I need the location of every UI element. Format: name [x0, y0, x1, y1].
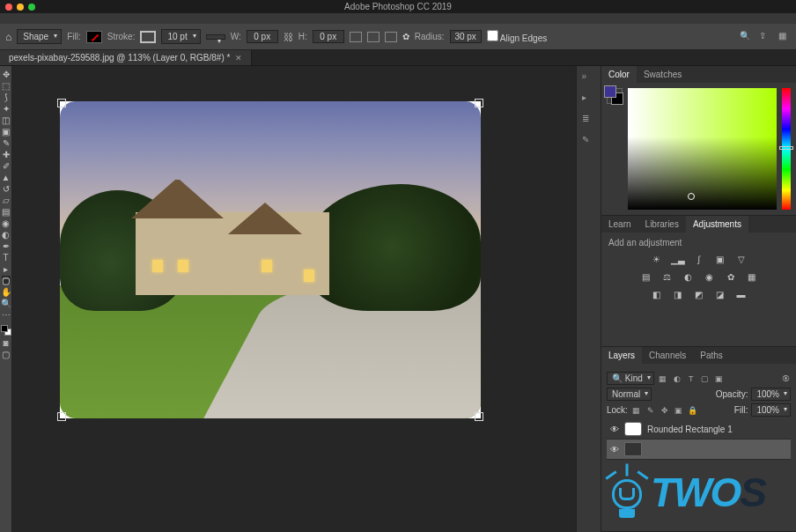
transform-handle-tl[interactable]	[57, 99, 66, 107]
properties-panel-icon[interactable]: ≣	[582, 114, 596, 126]
layer-filter-select[interactable]: 🔍 Kind	[607, 372, 654, 385]
lock-transparency-icon[interactable]: ▦	[631, 405, 642, 416]
curves-icon[interactable]: ∫	[692, 253, 706, 265]
quick-mask-icon[interactable]: ◙	[2, 338, 11, 347]
zoom-tool[interactable]: 🔍	[2, 299, 11, 307]
options-gear-icon[interactable]: ✿	[402, 32, 409, 41]
path-arrange-icon[interactable]	[385, 32, 397, 42]
frame-tool[interactable]: ▣	[2, 127, 11, 136]
exposure-icon[interactable]: ▣	[713, 253, 727, 265]
brush-tool[interactable]: ✐	[2, 161, 11, 170]
stroke-style-select[interactable]	[206, 34, 225, 40]
close-window-button[interactable]	[5, 4, 12, 11]
tab-color[interactable]: Color	[601, 66, 637, 83]
lock-artboard-icon[interactable]: ▣	[674, 405, 684, 416]
workspace-icon[interactable]: ▦	[778, 31, 791, 43]
threshold-icon[interactable]: ◩	[692, 288, 706, 300]
stroke-color-swatch[interactable]	[140, 31, 156, 43]
history-brush-tool[interactable]: ↺	[2, 184, 11, 193]
tab-libraries[interactable]: Libraries	[638, 216, 686, 233]
tool-mode-select[interactable]: Shape	[17, 29, 62, 44]
filter-smart-icon[interactable]: ▣	[714, 373, 725, 384]
layer-row[interactable]: 👁 Rounded Rectangle 1	[607, 419, 791, 440]
tab-learn[interactable]: Learn	[601, 216, 638, 233]
link-wh-icon[interactable]: ⛓	[284, 32, 293, 42]
width-field[interactable]: 0 px	[247, 30, 278, 43]
home-icon[interactable]: ⌂	[5, 31, 11, 43]
path-align-icon[interactable]	[367, 32, 380, 42]
path-select-tool[interactable]: ▸	[2, 264, 11, 273]
eyedropper-tool[interactable]: ✎	[2, 138, 11, 147]
hue-slider[interactable]	[782, 88, 791, 210]
search-icon[interactable]: 🔍	[740, 31, 752, 43]
color-picker-cursor[interactable]	[688, 193, 695, 200]
maximize-window-button[interactable]	[28, 4, 35, 11]
document-canvas[interactable]	[60, 101, 481, 418]
foreground-color-swatch[interactable]	[1, 325, 8, 332]
opacity-field[interactable]: 100%	[751, 388, 791, 401]
photo-filter-icon[interactable]: ◉	[703, 270, 717, 283]
rectangle-tool[interactable]: ▢	[2, 276, 11, 284]
share-icon[interactable]: ⇪	[759, 31, 771, 43]
healing-tool[interactable]: ✚	[2, 150, 11, 159]
pen-tool[interactable]: ✒	[2, 241, 11, 250]
invert-icon[interactable]: ◧	[650, 288, 664, 300]
posterize-icon[interactable]: ◨	[671, 288, 685, 300]
stroke-width-field[interactable]: 10 pt	[161, 29, 200, 44]
quick-select-tool[interactable]: ✦	[2, 104, 11, 113]
gradient-map-icon[interactable]: ▬	[734, 288, 748, 300]
radius-field[interactable]: 30 px	[450, 30, 482, 43]
align-edges-checkbox[interactable]: Align Edges	[487, 30, 548, 43]
fill-color-swatch[interactable]	[86, 31, 102, 43]
vibrance-icon[interactable]: ▽	[734, 253, 748, 265]
filter-pixel-icon[interactable]: ▦	[658, 373, 668, 384]
selective-color-icon[interactable]: ◪	[713, 288, 727, 300]
tab-adjustments[interactable]: Adjustments	[686, 216, 748, 233]
tab-paths[interactable]: Paths	[693, 347, 730, 364]
color-lookup-icon[interactable]: ▦	[745, 270, 759, 283]
lock-pixels-icon[interactable]: ✎	[645, 405, 656, 416]
document-tab[interactable]: pexels-pixabay-259588.jpg @ 113% (Layer …	[0, 50, 252, 65]
tab-channels[interactable]: Channels	[642, 347, 693, 364]
color-balance-icon[interactable]: ⚖	[660, 270, 674, 283]
lock-all-icon[interactable]: 🔒	[688, 405, 698, 416]
brush-panel-icon[interactable]: ✎	[582, 135, 596, 147]
marquee-tool[interactable]: ⬚	[2, 81, 11, 90]
transform-handle-tr[interactable]	[475, 99, 483, 107]
color-swatch-pair[interactable]	[1, 325, 11, 336]
height-field[interactable]: 0 px	[313, 30, 344, 43]
panel-color-swatch[interactable]	[607, 88, 623, 104]
filter-toggle-icon[interactable]: ⦿	[780, 373, 791, 384]
bw-icon[interactable]: ◐	[682, 270, 696, 283]
stamp-tool[interactable]: ▲	[2, 173, 11, 181]
transform-handle-bl[interactable]	[57, 412, 66, 421]
tab-swatches[interactable]: Swatches	[637, 66, 689, 83]
filter-type-icon[interactable]: T	[686, 373, 696, 384]
levels-icon[interactable]: ▁▃	[671, 253, 685, 265]
type-tool[interactable]: T	[2, 253, 11, 262]
brightness-contrast-icon[interactable]: ☀	[650, 253, 664, 265]
visibility-toggle-icon[interactable]: 👁	[610, 425, 619, 434]
close-tab-icon[interactable]: ✕	[235, 54, 242, 63]
layer-row[interactable]: 👁	[607, 440, 791, 460]
hand-tool[interactable]: ✋	[2, 287, 11, 296]
visibility-toggle-icon[interactable]: 👁	[610, 445, 619, 454]
channel-mixer-icon[interactable]: ✿	[724, 270, 738, 283]
layer-thumbnail[interactable]	[624, 442, 642, 456]
layer-thumbnail[interactable]	[624, 422, 642, 436]
lock-position-icon[interactable]: ✥	[660, 405, 670, 416]
screen-mode-icon[interactable]: ▢	[2, 350, 11, 358]
tab-layers[interactable]: Layers	[601, 347, 642, 364]
hue-slider-handle[interactable]	[779, 146, 793, 150]
layer-fill-field[interactable]: 100%	[751, 403, 791, 417]
lasso-tool[interactable]: ⟆	[2, 92, 11, 101]
transform-handle-br[interactable]	[475, 412, 483, 421]
eraser-tool[interactable]: ▱	[2, 196, 11, 204]
hue-sat-icon[interactable]: ▤	[639, 270, 653, 283]
path-operations-icon[interactable]	[350, 32, 362, 42]
expand-dock-icon[interactable]: »	[582, 71, 596, 84]
move-tool[interactable]: ✥	[2, 70, 11, 78]
blur-tool[interactable]: ◉	[2, 218, 11, 227]
edit-toolbar-icon[interactable]: ⋯	[2, 310, 11, 319]
filter-adjust-icon[interactable]: ◐	[672, 373, 682, 384]
